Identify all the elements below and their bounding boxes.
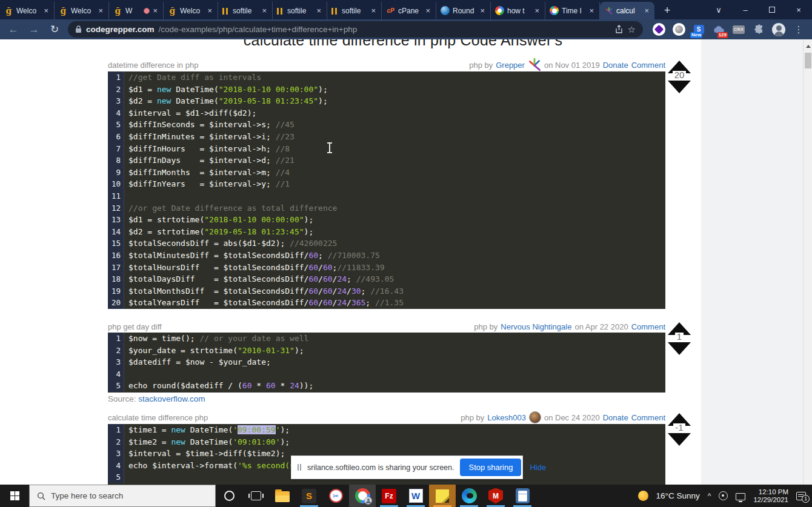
answer-label: calculate time difference php [108, 413, 208, 422]
vertical-scrollbar[interactable] [803, 39, 812, 485]
edge-icon [462, 488, 477, 503]
tab-close-icon[interactable]: × [479, 6, 486, 15]
downvote-button[interactable] [668, 81, 691, 93]
maximize-button[interactable] [759, 0, 785, 19]
browser-menu-icon[interactable]: ⋮ [791, 22, 806, 38]
word-button[interactable]: W [402, 485, 429, 507]
cortana-button[interactable] [216, 485, 242, 507]
mcafee-button[interactable]: M [482, 485, 509, 507]
tab-close-icon[interactable]: × [151, 6, 159, 15]
tab-close-icon[interactable]: × [42, 6, 50, 15]
browser-tab[interactable]: softile× [273, 2, 327, 19]
tab-close-icon[interactable]: × [315, 6, 322, 15]
tab-close-icon[interactable]: × [424, 6, 431, 15]
browser-tab[interactable]: softile× [218, 2, 273, 19]
answer-label: php get day diff [108, 322, 162, 331]
snipping-tool-button[interactable]: ✂ [322, 485, 349, 507]
taskbar-clock[interactable]: 12:10 PM 12/29/2021 [753, 488, 788, 504]
calculator-button[interactable] [509, 485, 536, 507]
donate-link[interactable]: Donate [603, 61, 628, 70]
reload-button[interactable]: ↻ [47, 23, 62, 36]
new-tab-button[interactable]: + [658, 2, 676, 19]
search-placeholder: Type here to search [51, 491, 123, 500]
browser-tab[interactable]: Time I× [545, 2, 600, 19]
vote-widget: 1 [667, 322, 691, 355]
browser-tab[interactable]: Welco× [164, 2, 218, 19]
browser-tab[interactable]: cPane× [382, 2, 436, 19]
tab-close-icon[interactable]: × [370, 6, 377, 15]
tab-close-icon[interactable]: × [588, 6, 595, 15]
weather-sun-icon[interactable] [638, 491, 648, 501]
cloud-extension-icon[interactable]: 129 [711, 22, 726, 38]
page-right-gutter [701, 39, 803, 485]
profile-avatar[interactable] [771, 22, 786, 38]
s-extension-icon[interactable]: SNew [691, 22, 706, 38]
screen: Welco×Welco×W×Welco×softile×softile×soft… [0, 0, 812, 507]
browser-tab[interactable]: Welco× [0, 2, 55, 19]
scroll-up-icon[interactable] [806, 45, 811, 48]
forward-button[interactable]: → [27, 24, 41, 36]
shield-icon: M [488, 488, 503, 504]
code-line: 16$totalMinutesDiff = $totalSecondsDiff/… [108, 250, 665, 262]
browser-tab[interactable]: Round× [436, 2, 491, 19]
crx-extension-icon[interactable]: CRX [731, 22, 746, 38]
taskbar-search-input[interactable]: Type here to search [29, 485, 216, 507]
task-view-icon [251, 491, 261, 500]
notification-center-icon[interactable]: 1 [796, 492, 806, 500]
sticky-note-icon [436, 489, 449, 503]
weather-text[interactable]: 16°C Sunny [656, 491, 700, 500]
browser-tab[interactable]: Welco× [55, 2, 109, 19]
back-button[interactable]: ← [6, 24, 21, 36]
browser-tab[interactable]: softile× [327, 2, 382, 19]
purple-extension-icon[interactable] [651, 22, 666, 38]
tab-title: softile [287, 7, 314, 15]
extensions-row: SNew 129 CRX ⋮ [651, 22, 806, 38]
start-button[interactable] [0, 485, 29, 507]
windows-taskbar: Type here to search S ✂ Fz W M 16°C Sunn… [0, 485, 812, 507]
downvote-button[interactable] [668, 342, 691, 355]
hide-link[interactable]: Hide [530, 463, 546, 472]
tab-strip: Welco×Welco×W×Welco×softile×softile×soft… [0, 0, 654, 19]
donate-link[interactable]: Donate [603, 413, 628, 422]
address-bar[interactable]: codegrepper.com/code-examples/php/calcul… [68, 21, 643, 38]
bookmark-star-icon[interactable]: ☆ [628, 24, 636, 35]
file-explorer-button[interactable] [269, 485, 296, 507]
browser-tab[interactable]: W× [109, 2, 164, 19]
filezilla-button[interactable]: Fz [376, 485, 402, 507]
tab-close-icon[interactable]: × [643, 6, 650, 15]
close-window-button[interactable]: × [785, 0, 812, 19]
source-link[interactable]: stackoverflow.com [138, 394, 205, 403]
sticky-notes-button[interactable] [429, 485, 456, 507]
tab-close-icon[interactable]: × [206, 6, 213, 15]
screen-cast-icon[interactable] [719, 491, 728, 500]
code-line: 5$diffInSeconds = $interval->s; //45 [108, 119, 665, 131]
scrollbar-thumb[interactable] [805, 53, 811, 68]
minimize-button[interactable]: – [732, 0, 759, 19]
sphere-extension-icon[interactable] [671, 22, 686, 38]
text-cursor-icon [329, 144, 330, 152]
comment-link[interactable]: Comment [631, 413, 665, 422]
code-line: 10$diffInYears = $interval->y; //1 [108, 178, 665, 190]
tab-close-icon[interactable]: × [533, 6, 541, 15]
author-link[interactable]: Grepper [496, 61, 525, 70]
tray-chevron-icon[interactable]: ^ [708, 492, 711, 500]
tab-close-icon[interactable]: × [261, 6, 268, 15]
sublime-text-button[interactable]: S [296, 485, 322, 507]
comment-link[interactable]: Comment [631, 61, 665, 70]
stop-sharing-button[interactable]: Stop sharing [460, 459, 521, 476]
tab-close-icon[interactable]: × [97, 6, 104, 15]
network-icon[interactable] [736, 493, 745, 500]
browser-tab[interactable]: calcul× [600, 2, 654, 19]
tab-search-icon[interactable]: ∨ [705, 0, 732, 19]
share-icon[interactable] [614, 25, 624, 34]
code-line: 4$interval = $d1->diff($d2); [108, 107, 665, 119]
edge-button[interactable] [456, 485, 482, 507]
comment-link[interactable]: Comment [631, 322, 665, 331]
puzzle-extensions-icon[interactable] [751, 22, 766, 38]
author-link[interactable]: Nervous Nightingale [501, 322, 571, 331]
browser-tab[interactable]: how t× [491, 2, 545, 19]
author-link[interactable]: Lokesh003 [487, 413, 526, 422]
chrome-button[interactable] [349, 485, 376, 507]
task-view-button[interactable] [242, 485, 269, 507]
downvote-button[interactable] [668, 433, 691, 446]
